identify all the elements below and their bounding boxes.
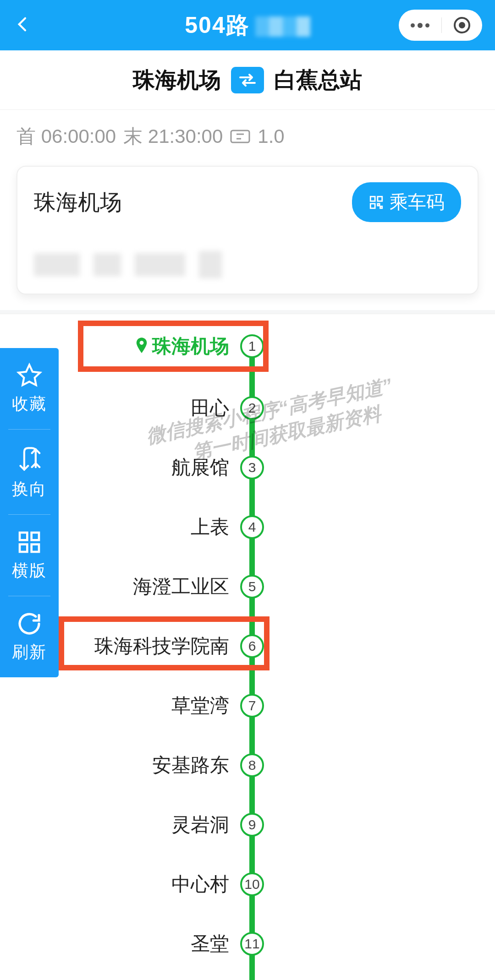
svg-rect-12: [20, 544, 27, 552]
stop-row[interactable]: 中心村10: [0, 855, 495, 914]
stop-name: 珠海科技学院南: [94, 633, 229, 659]
stop-row[interactable]: 海澄工业区5: [0, 557, 495, 616]
svg-rect-3: [370, 196, 375, 201]
qr-label: 乘车码: [390, 190, 445, 215]
stop-number: 2: [240, 396, 264, 420]
stop-number: 8: [240, 753, 264, 777]
stop-name: 田心: [191, 395, 229, 421]
side-panel: 收藏 换向 横版 刷新: [0, 348, 59, 677]
stop-number: 4: [240, 515, 264, 539]
stop-number: 7: [240, 694, 264, 718]
stop-number: 11: [240, 932, 264, 956]
stop-row[interactable]: 田心2: [0, 378, 495, 438]
stop-number: 3: [240, 456, 264, 479]
stop-row[interactable]: 灵岩洞9: [0, 795, 495, 855]
svg-rect-6: [378, 203, 380, 205]
stop-name: 珠海机场: [135, 333, 229, 359]
pin-icon: [135, 338, 148, 355]
reverse-button[interactable]: 换向: [0, 430, 59, 514]
stop-name: 航展馆: [171, 455, 229, 480]
ticket-icon: [230, 129, 250, 144]
refresh-button[interactable]: 刷新: [0, 596, 59, 677]
header-blur: [255, 16, 310, 37]
refresh-label: 刷新: [12, 641, 47, 664]
chevron-left-icon: [14, 15, 32, 33]
stop-row[interactable]: 圣堂11: [0, 914, 495, 974]
info-section: 首 06:00:00 末 21:30:00 1.0 珠海机场 乘车码: [0, 110, 495, 310]
stop-number: 10: [240, 872, 264, 896]
swap-icon: [237, 72, 258, 88]
more-button[interactable]: [411, 23, 429, 28]
header-actions: [399, 10, 482, 41]
stop-number: 1: [240, 334, 264, 358]
qr-code-button[interactable]: 乘车码: [352, 182, 461, 222]
route-from: 珠海机场: [133, 65, 221, 95]
stop-row[interactable]: 珠海科技学院南6: [0, 616, 495, 676]
refresh-icon: [16, 611, 42, 637]
stop-name: 上表: [191, 514, 229, 540]
stop-name: 安基路东: [152, 752, 229, 778]
route-to: 白蕉总站: [274, 65, 362, 95]
stop-row[interactable]: 航展馆3: [0, 438, 495, 497]
station-card-title: 珠海机场: [34, 188, 122, 217]
card-blur-row: [34, 250, 461, 280]
stop-row[interactable]: 上表4: [0, 497, 495, 557]
svg-rect-7: [380, 206, 382, 208]
svg-rect-5: [370, 203, 375, 208]
favorite-label: 收藏: [12, 393, 47, 415]
svg-rect-13: [32, 544, 39, 552]
horizontal-label: 横版: [12, 560, 47, 582]
stop-row[interactable]: 珠海机场1: [0, 314, 495, 378]
horizontal-button[interactable]: 横版: [0, 515, 59, 596]
svg-rect-11: [32, 533, 39, 540]
divider: [441, 17, 442, 33]
svg-rect-10: [20, 533, 27, 540]
swap-direction-button[interactable]: [231, 67, 264, 93]
stop-number: 5: [240, 575, 264, 599]
stop-name: 中心村: [171, 871, 229, 897]
back-button[interactable]: [14, 15, 32, 35]
svg-marker-9: [19, 365, 40, 385]
stop-row[interactable]: 安基路东8: [0, 735, 495, 795]
stop-number: 9: [240, 813, 264, 837]
svg-point-8: [140, 341, 144, 345]
svg-rect-0: [231, 131, 249, 142]
stop-row[interactable]: 茅田12: [0, 974, 495, 980]
route-header: 珠海机场 白蕉总站: [0, 50, 495, 110]
stop-name: 草堂湾: [171, 693, 229, 719]
header: 504路: [0, 0, 495, 50]
stop-name: 灵岩洞: [171, 812, 229, 838]
favorite-button[interactable]: 收藏: [0, 348, 59, 429]
reverse-label: 换向: [12, 478, 47, 501]
target-button[interactable]: [454, 17, 470, 33]
current-station-card: 珠海机场 乘车码: [16, 166, 478, 294]
qr-icon: [368, 195, 384, 210]
grid-icon: [16, 529, 42, 555]
reverse-icon: [16, 444, 42, 474]
star-icon: [16, 363, 42, 388]
stop-name: 海澄工业区: [133, 574, 229, 599]
stops-list: 珠海机场1田心2航展馆3上表4海澄工业区5珠海科技学院南6草堂湾7安基路东8灵岩…: [0, 314, 495, 980]
stop-row[interactable]: 草堂湾7: [0, 676, 495, 735]
svg-rect-4: [378, 196, 382, 201]
schedule-line: 首 06:00:00 末 21:30:00 1.0: [16, 124, 478, 149]
stop-name: 圣堂: [191, 931, 229, 957]
stop-number: 6: [240, 634, 264, 658]
page-title: 504路: [185, 10, 310, 41]
